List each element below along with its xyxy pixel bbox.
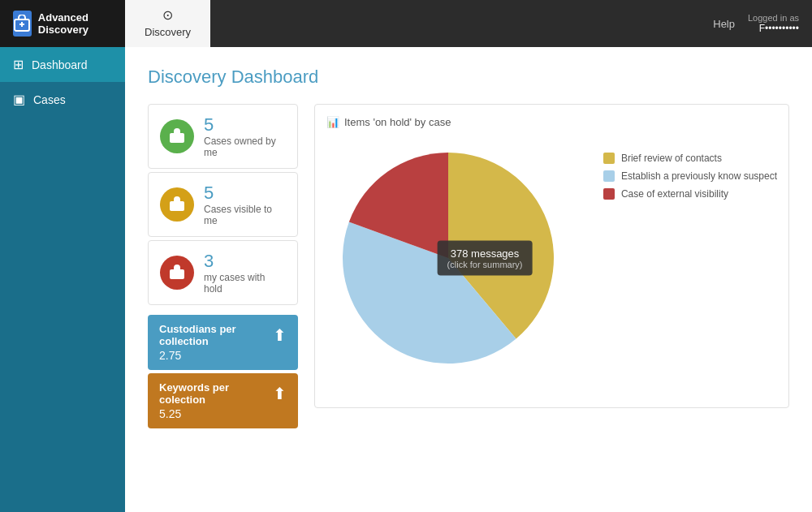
metric-keywords-header: Keywords per colection ⬆	[159, 381, 287, 406]
main-layout: ⊞ Dashboard ▣ Cases Discovery Dashboard	[0, 47, 812, 512]
svg-rect-1	[170, 133, 184, 143]
logged-in-label: Logged in as	[748, 13, 799, 23]
chart-area: 📊 Items 'on hold' by case	[314, 104, 789, 408]
brand: Advanced Discovery	[0, 0, 125, 47]
nav-tabs: ⊙ Discovery	[125, 0, 700, 47]
metric-keywords[interactable]: Keywords per colection ⬆ 5.25	[148, 373, 298, 428]
brand-icon	[13, 11, 32, 37]
legend-item-0: Brief review of contacts	[603, 153, 777, 164]
svg-rect-2	[170, 201, 184, 211]
logged-in-area[interactable]: Logged in as F••••••••••	[748, 13, 799, 34]
nav-right: Help Logged in as F••••••••••	[700, 0, 812, 47]
main-content: Discovery Dashboard 5 Cases owned by me	[125, 47, 812, 512]
username: F••••••••••	[759, 23, 799, 34]
discovery-icon: ⊙	[162, 7, 173, 23]
tab-discovery[interactable]: ⊙ Discovery	[125, 0, 210, 47]
sidebar-item-dashboard[interactable]: ⊞ Dashboard	[0, 47, 125, 82]
stat-card-cases-hold[interactable]: 3 my cases with hold	[148, 240, 298, 305]
upload-icon: ⬆	[273, 325, 287, 345]
help-button[interactable]: Help	[713, 18, 735, 30]
stat-card-cases-visible[interactable]: 5 Cases visible to me	[148, 172, 298, 237]
top-nav: Advanced Discovery ⊙ Discovery Help Logg…	[0, 0, 812, 47]
metric-cards: Custodians per collection ⬆ 2.75 Keyword…	[148, 315, 298, 428]
brand-name: Advanced Discovery	[38, 11, 112, 36]
legend-label-0: Brief review of contacts	[621, 153, 722, 164]
sidebar: ⊞ Dashboard ▣ Cases	[0, 47, 125, 512]
legend-color-1	[603, 170, 615, 182]
stat-card-cases-owned[interactable]: 5 Cases owned by me	[148, 104, 298, 169]
chart-bar-icon: 📊	[326, 116, 339, 128]
legend-color-2	[603, 188, 615, 200]
sidebar-item-cases-label: Cases	[33, 93, 66, 106]
stats-left: 5 Cases owned by me 5 Cases visible to m…	[148, 104, 298, 428]
chart-title-text: Items 'on hold' by case	[344, 116, 451, 128]
cases-hold-icon	[160, 256, 194, 290]
metric-custodians[interactable]: Custodians per collection ⬆ 2.75	[148, 315, 298, 370]
stat-text-cases-hold: 3 my cases with hold	[204, 251, 286, 295]
svg-rect-3	[170, 269, 184, 279]
legend-item-2: Case of external visibility	[603, 188, 777, 200]
metric-custodians-header: Custodians per collection ⬆	[159, 323, 287, 347]
stat-text-cases-visible: 5 Cases visible to me	[204, 183, 286, 226]
dashboard-icon: ⊞	[13, 57, 24, 72]
legend-label-1: Establish a previously know suspect	[621, 170, 777, 182]
cases-owned-label: Cases owned by me	[204, 136, 286, 158]
pie-chart[interactable]: 378 messages (click for summary)	[326, 136, 586, 396]
cases-visible-number: 5	[204, 183, 286, 204]
chart-content: 378 messages (click for summary) Brief r…	[326, 136, 777, 396]
cases-hold-number: 3	[204, 251, 286, 272]
stats-container: 5 Cases owned by me 5 Cases visible to m…	[148, 104, 789, 428]
stat-text-cases-owned: 5 Cases owned by me	[204, 114, 286, 158]
metric-custodians-value: 2.75	[159, 349, 287, 362]
page-title: Discovery Dashboard	[148, 67, 789, 88]
cases-owned-icon	[160, 119, 194, 153]
metric-keywords-value: 5.25	[159, 407, 287, 420]
legend-item-1: Establish a previously know suspect	[603, 170, 777, 182]
cases-visible-icon	[160, 187, 194, 222]
chart-title: 📊 Items 'on hold' by case	[326, 116, 777, 128]
upload2-icon: ⬆	[273, 384, 287, 403]
sidebar-item-dashboard-label: Dashboard	[32, 58, 88, 71]
cases-icon: ▣	[13, 92, 25, 107]
cases-hold-label: my cases with hold	[204, 272, 286, 295]
cases-visible-label: Cases visible to me	[204, 204, 286, 226]
metric-keywords-title: Keywords per colection	[159, 381, 273, 406]
legend-label-2: Case of external visibility	[621, 188, 728, 200]
chart-legend: Brief review of contacts Establish a pre…	[603, 153, 777, 200]
cases-owned-number: 5	[204, 114, 286, 136]
tab-discovery-label: Discovery	[145, 26, 191, 38]
legend-color-0	[603, 153, 615, 164]
sidebar-item-cases[interactable]: ▣ Cases	[0, 82, 125, 117]
metric-custodians-title: Custodians per collection	[159, 323, 273, 347]
